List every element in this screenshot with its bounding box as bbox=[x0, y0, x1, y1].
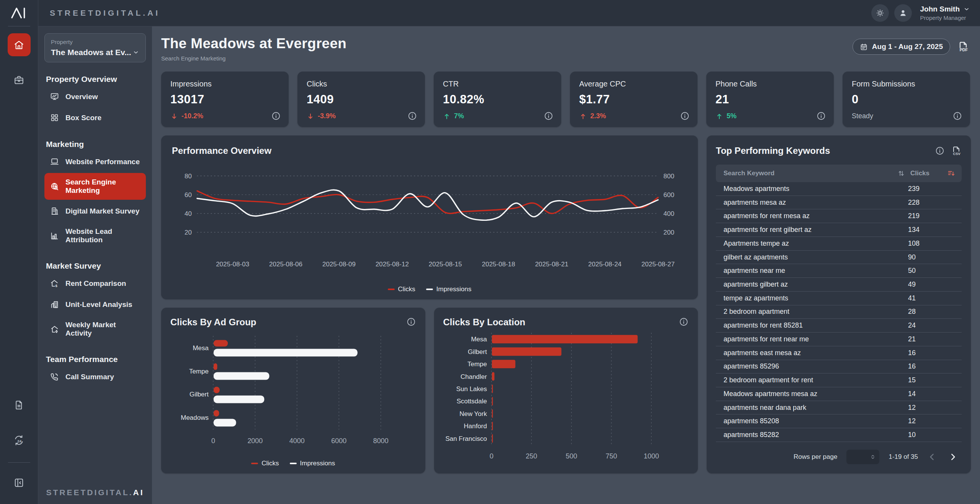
website-lead-attribution-icon bbox=[50, 231, 59, 241]
box-score-icon bbox=[50, 113, 59, 122]
chevron-left-icon bbox=[927, 452, 939, 462]
keyword-text: apartments near dana park bbox=[724, 404, 908, 412]
kpi-info-button[interactable] bbox=[544, 111, 554, 121]
rail-reports-button[interactable] bbox=[8, 393, 31, 416]
keywords-info-button[interactable] bbox=[935, 146, 945, 156]
svg-text:40: 40 bbox=[185, 210, 192, 217]
sidebar-item-label: Website Lead Attribution bbox=[65, 227, 140, 244]
sidebar-item-label: Search Engine Marketing bbox=[65, 178, 140, 195]
kpi-info-button[interactable] bbox=[952, 111, 962, 121]
page-title: The Meadows at Evergreen bbox=[161, 36, 346, 52]
svg-text:250: 250 bbox=[526, 452, 537, 460]
user-icon bbox=[898, 8, 908, 18]
keyword-text: tempe az apartments bbox=[724, 294, 908, 302]
keyword-clicks: 15 bbox=[908, 376, 956, 384]
sidebar-item-weekly-market-activity[interactable]: Weekly Market Activity bbox=[44, 316, 146, 343]
sidebar-item-search-engine-marketing[interactable]: Search Engine Marketing bbox=[44, 173, 146, 200]
ad-group-info-button[interactable] bbox=[406, 317, 416, 327]
keyword-clicks: 219 bbox=[908, 212, 956, 220]
property-selector[interactable]: Property The Meadows at Ev... bbox=[44, 33, 146, 62]
export-csv-button[interactable]: CSV bbox=[951, 145, 962, 156]
sort-updown-icon[interactable] bbox=[897, 169, 905, 178]
svg-text:Tempe: Tempe bbox=[189, 368, 209, 375]
kpi-info-button[interactable] bbox=[680, 111, 690, 121]
legend-impressions: Impressions bbox=[426, 285, 472, 293]
sidebar-item-rent-comparison[interactable]: $Rent Comparison bbox=[44, 274, 146, 293]
next-page-button[interactable] bbox=[948, 451, 959, 463]
kpi-delta-value: -10.2% bbox=[181, 112, 203, 120]
sidebar-item-unit-level-analysis[interactable]: Unit-Level Analysis bbox=[44, 295, 146, 314]
sidebar-item-website-performance[interactable]: Website Performance bbox=[44, 152, 146, 171]
sort-descending-icon[interactable] bbox=[947, 169, 956, 178]
arrow-down-icon bbox=[170, 113, 178, 120]
svg-text:Gilbert: Gilbert bbox=[189, 391, 209, 398]
sidebar-item-label: Rent Comparison bbox=[65, 279, 126, 288]
keyword-text: apartments near me bbox=[724, 267, 908, 275]
svg-text:Tempe: Tempe bbox=[467, 360, 487, 368]
sidebar-section-title-team-performance: Team Performance bbox=[46, 355, 144, 364]
svg-text:2025-08-03: 2025-08-03 bbox=[216, 261, 249, 268]
keyword-row: 2 bedroom apartment28 bbox=[716, 305, 962, 319]
unit-level-analysis-icon bbox=[50, 300, 59, 309]
column-search-keyword[interactable]: Search Keyword bbox=[724, 170, 774, 177]
kpi-label: Clicks bbox=[307, 80, 416, 88]
performance-overview-title: Performance Overview bbox=[172, 145, 687, 156]
avatar-button[interactable] bbox=[894, 4, 912, 22]
location-info-button[interactable] bbox=[679, 317, 689, 327]
keyword-clicks: 49 bbox=[908, 281, 956, 289]
svg-text:Chandler: Chandler bbox=[461, 373, 487, 380]
clicks-by-ad-group-card: Clicks By Ad Group 02000400060008000Mesa… bbox=[161, 308, 425, 473]
refresh-24-icon: 24 bbox=[13, 435, 24, 446]
page-subtitle: Search Engine Marketing bbox=[161, 55, 346, 62]
sidebar-item-website-lead-attribution[interactable]: Website Lead Attribution bbox=[44, 222, 146, 249]
kpi-delta-value: 5% bbox=[727, 112, 737, 120]
kpi-delta: Steady bbox=[852, 112, 961, 120]
sidebar-item-overview[interactable]: Overview bbox=[44, 87, 146, 106]
info-icon bbox=[406, 317, 416, 327]
kpi-info-button[interactable] bbox=[271, 111, 281, 121]
user-menu[interactable]: John Smith Property Manager bbox=[920, 5, 970, 21]
export-pdf-button[interactable]: PDF bbox=[957, 40, 970, 53]
theme-toggle-button[interactable] bbox=[871, 4, 889, 22]
keyword-text: 2 bedroom apartment bbox=[724, 308, 908, 316]
date-range-picker[interactable]: Aug 1 - Aug 27, 2025 bbox=[853, 39, 950, 55]
sidebar-item-box-score[interactable]: Box Score bbox=[44, 108, 146, 127]
rent-comparison-icon: $ bbox=[50, 279, 59, 288]
keyword-clicks: 12 bbox=[908, 404, 956, 412]
svg-text:80: 80 bbox=[185, 173, 192, 180]
svg-text:2025-08-21: 2025-08-21 bbox=[535, 261, 568, 268]
rail-divider-bottom bbox=[8, 462, 30, 463]
svg-text:CSV: CSV bbox=[953, 152, 961, 156]
keyword-row: apartments near dana park12 bbox=[716, 401, 962, 415]
kpi-label: Phone Calls bbox=[715, 80, 825, 88]
kpi-card-phone-calls: Phone Calls215% bbox=[706, 72, 834, 127]
top-keywords-title: Top Performing Keywords bbox=[716, 145, 830, 156]
keywords-pagination: Rows per page 1-19 of 35 bbox=[716, 442, 962, 466]
clicks-by-ad-group-legend: ClicksImpressions bbox=[170, 460, 416, 467]
kpi-info-button[interactable] bbox=[407, 111, 417, 121]
sidebar-item-call-summary[interactable]: Call Summary bbox=[44, 367, 146, 387]
svg-text:New York: New York bbox=[459, 410, 487, 418]
select-updown-icon bbox=[870, 454, 876, 460]
svg-text:750: 750 bbox=[606, 452, 617, 460]
legend-clicks: Clicks bbox=[251, 460, 279, 467]
rail-refresh-24-button[interactable]: 24 bbox=[8, 429, 31, 452]
footer-logo: STREETDIGITAL.AI bbox=[38, 488, 152, 497]
rail-collapse-button[interactable] bbox=[8, 471, 31, 494]
kpi-info-button[interactable] bbox=[816, 111, 826, 121]
column-clicks[interactable]: Clicks bbox=[910, 170, 929, 177]
brand-logo: STREETDIGITAL.AI bbox=[50, 8, 160, 18]
sidebar-item-digital-market-survey[interactable]: Digital Market Survey bbox=[44, 201, 146, 221]
rail-home-button[interactable] bbox=[8, 33, 31, 56]
svg-text:$: $ bbox=[56, 284, 58, 288]
keyword-clicks: 12 bbox=[908, 417, 956, 425]
rows-per-page-label: Rows per page bbox=[794, 453, 837, 461]
rail-portfolio-button[interactable] bbox=[8, 69, 31, 91]
search-engine-marketing-icon bbox=[50, 182, 59, 191]
pagination-range: 1-19 of 35 bbox=[889, 453, 918, 461]
previous-page-button[interactable] bbox=[927, 451, 939, 463]
svg-text:2025-08-18: 2025-08-18 bbox=[482, 261, 515, 268]
svg-text:San Francisco: San Francisco bbox=[445, 435, 487, 442]
arrow-up-icon bbox=[715, 113, 723, 120]
rows-per-page-select[interactable] bbox=[846, 450, 879, 464]
